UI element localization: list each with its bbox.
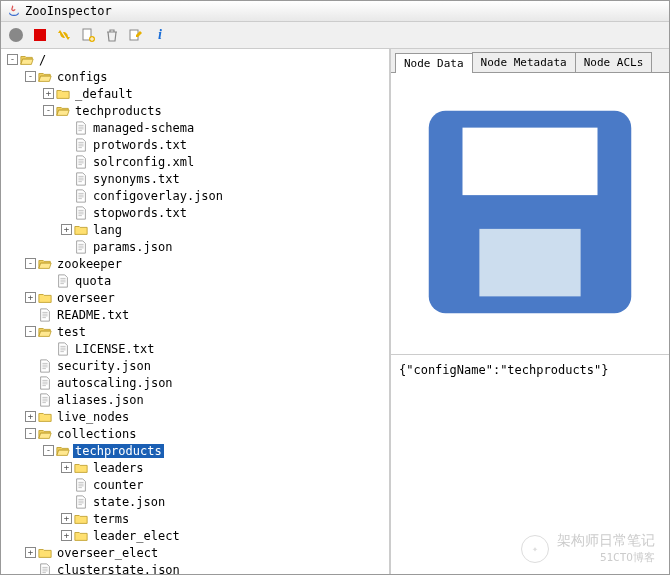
expander (61, 207, 72, 218)
tree-node-configoverlay-json[interactable]: configoverlay.json (1, 187, 389, 204)
tree-label[interactable]: collections (55, 427, 138, 441)
expander[interactable]: - (25, 428, 36, 439)
tree-node-protwords-txt[interactable]: protwords.txt (1, 136, 389, 153)
tree-node-overseer-elect[interactable]: +overseer_elect (1, 544, 389, 561)
tree-node-clusterstate-json[interactable]: clusterstate.json (1, 561, 389, 574)
tree-node-autoscaling-json[interactable]: autoscaling.json (1, 374, 389, 391)
tree-label[interactable]: / (37, 53, 48, 67)
tree-label[interactable]: synonyms.txt (91, 172, 182, 186)
tree-label[interactable]: managed-schema (91, 121, 196, 135)
tree-label[interactable]: overseer_elect (55, 546, 160, 560)
folder-closed-icon (38, 546, 52, 560)
record-button[interactable] (7, 26, 25, 44)
expander[interactable]: - (7, 54, 18, 65)
expander[interactable]: + (43, 88, 54, 99)
tree-node-configs[interactable]: -configs (1, 68, 389, 85)
tree-label[interactable]: configoverlay.json (91, 189, 225, 203)
tab-node-acls[interactable]: Node ACLs (575, 52, 653, 72)
file-icon (74, 189, 88, 203)
tree-panel[interactable]: -/-configs+_default-techproductsmanaged-… (1, 49, 391, 574)
expander[interactable]: - (25, 71, 36, 82)
tree-label[interactable]: stopwords.txt (91, 206, 189, 220)
tree-node--default[interactable]: +_default (1, 85, 389, 102)
tree-label[interactable]: techproducts (73, 444, 164, 458)
tree-node-security-json[interactable]: security.json (1, 357, 389, 374)
tree-node-readme-txt[interactable]: README.txt (1, 306, 389, 323)
tree-node-license-txt[interactable]: LICENSE.txt (1, 340, 389, 357)
tree-node-overseer[interactable]: +overseer (1, 289, 389, 306)
tree-node-zookeeper[interactable]: -zookeeper (1, 255, 389, 272)
tree-label[interactable]: params.json (91, 240, 174, 254)
tree-label[interactable]: LICENSE.txt (73, 342, 156, 356)
tree-node-techproducts[interactable]: -techproducts (1, 442, 389, 459)
tree-node-params-json[interactable]: params.json (1, 238, 389, 255)
expander[interactable]: - (25, 326, 36, 337)
tree-label[interactable]: live_nodes (55, 410, 131, 424)
folder-open-icon (38, 427, 52, 441)
tree-label[interactable]: leaders (91, 461, 146, 475)
toolbar: i (1, 22, 669, 49)
refresh-button[interactable] (55, 26, 73, 44)
folder-closed-icon (38, 410, 52, 424)
tree-label[interactable]: aliases.json (55, 393, 146, 407)
tab-node-data[interactable]: Node Data (395, 53, 473, 73)
tree-label[interactable]: counter (91, 478, 146, 492)
tree-label[interactable]: configs (55, 70, 110, 84)
tree-label[interactable]: overseer (55, 291, 117, 305)
tree-node-collections[interactable]: -collections (1, 425, 389, 442)
new-doc-button[interactable] (79, 26, 97, 44)
tree-label[interactable]: lang (91, 223, 124, 237)
tree-label[interactable]: security.json (55, 359, 153, 373)
tree-node-lang[interactable]: +lang (1, 221, 389, 238)
tree-label[interactable]: test (55, 325, 88, 339)
folder-open-icon (56, 104, 70, 118)
expander (43, 275, 54, 286)
tree-node-managed-schema[interactable]: managed-schema (1, 119, 389, 136)
info-button[interactable]: i (151, 26, 169, 44)
tree-node-leader-elect[interactable]: +leader_elect (1, 527, 389, 544)
tree-label[interactable]: protwords.txt (91, 138, 189, 152)
expander[interactable]: - (25, 258, 36, 269)
trash-button[interactable] (103, 26, 121, 44)
expander[interactable]: + (61, 224, 72, 235)
tree-label[interactable]: clusterstate.json (55, 563, 182, 575)
tree-label[interactable]: state.json (91, 495, 167, 509)
tree-label[interactable]: quota (73, 274, 113, 288)
tree-label[interactable]: _default (73, 87, 135, 101)
tree-label[interactable]: leader_elect (91, 529, 182, 543)
folder-open-icon (38, 70, 52, 84)
edit-button[interactable] (127, 26, 145, 44)
expander[interactable]: - (43, 105, 54, 116)
tree-node-quota[interactable]: quota (1, 272, 389, 289)
tree-label[interactable]: autoscaling.json (55, 376, 175, 390)
tree-node-solrconfig-xml[interactable]: solrconfig.xml (1, 153, 389, 170)
expander[interactable]: + (25, 547, 36, 558)
tree-label[interactable]: zookeeper (55, 257, 124, 271)
tab-node-metadata[interactable]: Node Metadata (472, 52, 576, 72)
tree-node-test[interactable]: -test (1, 323, 389, 340)
tree-node-techproducts[interactable]: -techproducts (1, 102, 389, 119)
stop-button[interactable] (31, 26, 49, 44)
node-content[interactable]: {"configName":"techproducts"} (391, 355, 669, 574)
tree-label[interactable]: techproducts (73, 104, 164, 118)
save-icon[interactable] (395, 336, 665, 350)
tree-node-stopwords-txt[interactable]: stopwords.txt (1, 204, 389, 221)
tree-node-aliases-json[interactable]: aliases.json (1, 391, 389, 408)
expander[interactable]: - (43, 445, 54, 456)
expander[interactable]: + (25, 292, 36, 303)
tree-node--[interactable]: -/ (1, 51, 389, 68)
tree-label[interactable]: README.txt (55, 308, 131, 322)
tree-node-counter[interactable]: counter (1, 476, 389, 493)
tree-node-synonyms-txt[interactable]: synonyms.txt (1, 170, 389, 187)
folder-open-icon (38, 257, 52, 271)
tree-label[interactable]: terms (91, 512, 131, 526)
tree-label[interactable]: solrconfig.xml (91, 155, 196, 169)
tree-node-leaders[interactable]: +leaders (1, 459, 389, 476)
expander[interactable]: + (61, 530, 72, 541)
tree-node-terms[interactable]: +terms (1, 510, 389, 527)
expander[interactable]: + (25, 411, 36, 422)
tree-node-state-json[interactable]: state.json (1, 493, 389, 510)
expander[interactable]: + (61, 513, 72, 524)
tree-node-live-nodes[interactable]: +live_nodes (1, 408, 389, 425)
expander[interactable]: + (61, 462, 72, 473)
